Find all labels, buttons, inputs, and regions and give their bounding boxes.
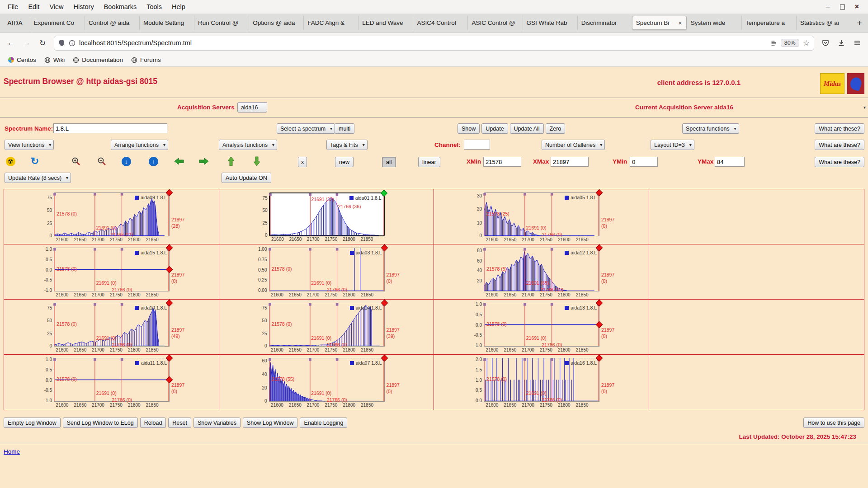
browser-tab[interactable]: Options @ aida: [249, 16, 303, 30]
bookmark-forums[interactable]: Forums: [127, 55, 165, 65]
what-are-these-button[interactable]: What are these?: [815, 123, 864, 134]
reload-icon[interactable]: ↻: [35, 36, 50, 50]
browser-tab[interactable]: Spectrum Br×: [632, 16, 687, 30]
show-log-window-button[interactable]: Show Log Window: [243, 418, 298, 428]
down-icon[interactable]: [251, 156, 263, 167]
update-all-button[interactable]: Update All: [510, 123, 544, 134]
channel-input[interactable]: [464, 140, 490, 150]
spectrum-name-input[interactable]: [53, 123, 167, 133]
close-icon[interactable]: ×: [855, 3, 859, 11]
show-button[interactable]: Show: [458, 123, 480, 134]
spectrum-plot-aida01[interactable]: 7550250216002165021700217502180021850216…: [269, 192, 385, 236]
minimize-icon[interactable]: –: [826, 3, 830, 11]
spectrum-plot-aida16[interactable]: 2.01.51.00.50.02160021650217002175021800…: [484, 358, 599, 402]
browser-tab[interactable]: FADC Align &: [303, 16, 358, 30]
auto-update-button[interactable]: Auto Update ON: [222, 173, 271, 183]
menu-file[interactable]: File: [3, 1, 23, 12]
maximize-icon[interactable]: [840, 5, 845, 9]
browser-tab[interactable]: LED and Wave: [358, 16, 413, 30]
zoom-in-icon[interactable]: [70, 156, 82, 167]
analysis-functions-dropdown[interactable]: Analysis functions▾: [219, 140, 277, 150]
spectrum-plot-aida07[interactable]: 6040200216002165021700217502180021850215…: [269, 358, 385, 402]
site-info-icon[interactable]: [69, 40, 75, 47]
browser-tab[interactable]: Module Setting: [139, 16, 194, 30]
browser-tab[interactable]: Experiment Co: [30, 16, 85, 30]
browser-tab[interactable]: Discriminator: [577, 16, 632, 30]
send-log-window-to-elog-button[interactable]: Send Log Window to ELog: [63, 418, 138, 428]
url-bar[interactable]: localhost:8015/Spectrum/Spectrum.tml 80%…: [54, 36, 814, 51]
spectrum-plot-aida05[interactable]: 3020100216002165021700217502180021850215…: [484, 192, 599, 236]
shield-icon[interactable]: [58, 39, 65, 47]
ymin-input[interactable]: [630, 157, 658, 167]
menu-help[interactable]: Help: [167, 1, 190, 12]
xmax-input[interactable]: [551, 157, 589, 167]
x-button[interactable]: x: [298, 157, 307, 167]
navigate-down-icon[interactable]: ↓: [120, 156, 132, 167]
update-button[interactable]: Update: [481, 123, 508, 134]
menu-edit[interactable]: Edit: [23, 1, 44, 12]
browser-tab[interactable]: Run Control @: [194, 16, 249, 30]
menu-hamburger-icon[interactable]: [850, 36, 864, 50]
menu-bookmarks[interactable]: Bookmarks: [99, 1, 142, 12]
prev-spectrum-icon[interactable]: [173, 156, 185, 167]
how-to-button[interactable]: How to use this page: [803, 418, 864, 428]
what-are-these-button[interactable]: What are these?: [815, 140, 864, 150]
layout-id-dropdown[interactable]: Layout ID=3▾: [651, 140, 694, 150]
view-functions-dropdown[interactable]: View functions▾: [5, 140, 54, 150]
spectra-functions-dropdown[interactable]: Spectra functions▾: [682, 123, 739, 134]
select-spectrum-dropdown[interactable]: Select a spectrum▾: [277, 123, 335, 134]
zoom-out-icon[interactable]: [96, 156, 108, 167]
next-spectrum-icon[interactable]: [198, 156, 210, 167]
url-text[interactable]: localhost:8015/Spectrum/Spectrum.tml: [79, 39, 767, 47]
spectrum-plot-aida10[interactable]: 7550250216002165021700217502180021850215…: [54, 303, 170, 347]
tab-close-icon[interactable]: ×: [678, 19, 683, 27]
new-button[interactable]: new: [335, 157, 354, 167]
browser-tab[interactable]: ASIC4 Control: [413, 16, 467, 30]
enable-logging-button[interactable]: Enable Logging: [300, 418, 347, 428]
browser-tab[interactable]: System wide: [687, 16, 741, 30]
reload-button[interactable]: Reload: [140, 418, 166, 428]
back-icon[interactable]: ←: [4, 36, 18, 50]
zoom-indicator[interactable]: 80%: [781, 39, 799, 47]
spectrum-plot-aida09[interactable]: 7550250216002165021700217502180021850215…: [54, 192, 170, 236]
menu-history[interactable]: History: [69, 1, 99, 12]
zero-button[interactable]: Zero: [546, 123, 566, 134]
up-icon[interactable]: [225, 156, 237, 167]
spectrum-plot-aida12[interactable]: 8060402021600216502170021750218002185021…: [484, 248, 599, 291]
update-rate-dropdown[interactable]: Update Rate (8 secs)▾: [5, 173, 71, 183]
spectrum-plot-aida03[interactable]: 1.000.750.500.250.0021600216502170021750…: [269, 248, 385, 291]
refresh-icon[interactable]: ↻: [29, 156, 41, 167]
spectrum-plot-aida14[interactable]: 7550250216002165021700217502180021850215…: [269, 303, 385, 347]
xmin-input[interactable]: [483, 157, 521, 167]
home-link[interactable]: Home: [4, 448, 20, 455]
what-are-these-button[interactable]: What are these?: [815, 157, 864, 167]
tags-fits-dropdown[interactable]: Tags & Fits▾: [326, 140, 368, 150]
arrange-functions-dropdown[interactable]: Arrange functions▾: [111, 140, 168, 150]
forward-icon[interactable]: →: [19, 36, 34, 50]
acquisition-server-select[interactable]: aida16▾: [237, 102, 268, 113]
reader-mode-icon[interactable]: [770, 40, 777, 47]
show-variables-button[interactable]: Show Variables: [193, 418, 241, 428]
spectrum-plot-aida11[interactable]: 1.00.50.0-0.5-1.021600216502170021750218…: [54, 358, 170, 402]
ymax-input[interactable]: [715, 157, 745, 167]
browser-tab[interactable]: Statistics @ ai: [796, 16, 851, 30]
navigate-up-icon[interactable]: ↑: [147, 156, 159, 167]
bookmark-wiki[interactable]: Wiki: [41, 55, 69, 65]
spectrum-plot-aida13[interactable]: 1.00.50.0-0.5-1.021600216502170021750218…: [484, 303, 599, 347]
all-button[interactable]: all: [382, 157, 396, 167]
number-of-galleries-dropdown[interactable]: Number of Galleries▾: [542, 140, 605, 150]
bookmark-documentation[interactable]: Documentation: [69, 55, 127, 65]
reset-button[interactable]: Reset: [168, 418, 191, 428]
browser-tab[interactable]: ASIC Control @: [467, 16, 522, 30]
radiation-icon[interactable]: ☢: [5, 156, 16, 167]
browser-tab[interactable]: GSI White Rab: [523, 16, 577, 30]
empty-log-window-button[interactable]: Empty Log Window: [4, 418, 61, 428]
menu-tools[interactable]: Tools: [142, 1, 167, 12]
menu-view[interactable]: View: [44, 1, 68, 12]
browser-tab[interactable]: Temperature a: [741, 16, 796, 30]
new-tab-button[interactable]: +: [854, 17, 865, 29]
bookmark-star-icon[interactable]: ☆: [803, 38, 810, 48]
pocket-icon[interactable]: [818, 36, 833, 50]
browser-tab[interactable]: Control @ aida: [85, 16, 139, 30]
multi-button[interactable]: multi: [335, 123, 354, 134]
